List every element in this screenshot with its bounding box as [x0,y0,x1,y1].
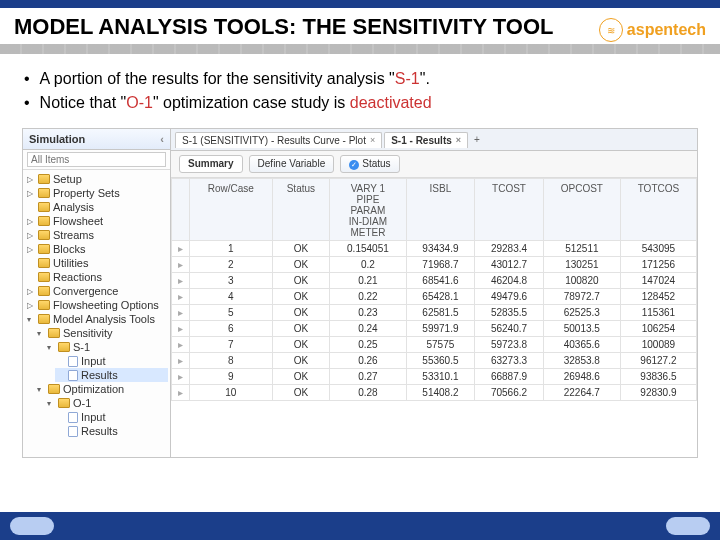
folder-icon [58,342,70,352]
bullet-2: • Notice that "O-1" optimization case st… [24,94,696,112]
table-row[interactable]: ▸4OK0.2265428.149479.678972.7128452 [172,289,697,305]
expand-icon[interactable]: ▷ [27,231,35,240]
tree-item[interactable]: ▾Sensitivity [35,326,168,340]
cell: 55360.5 [406,353,475,369]
cell: OK [272,273,330,289]
cell: 65428.1 [406,289,475,305]
table-row[interactable]: ▸9OK0.2753310.166887.926948.693836.5 [172,369,697,385]
subtab-status[interactable]: ✓Status [340,155,399,173]
tree-item[interactable]: ▷Flowsheeting Options [25,298,168,312]
table-row[interactable]: ▸2OK0.271968.743012.7130251171256 [172,257,697,273]
row-handle[interactable]: ▸ [172,353,190,369]
cell: 78972.7 [543,289,620,305]
subtab-summary[interactable]: Summary [179,155,243,173]
file-icon [68,370,78,381]
tree-item[interactable]: ▾Optimization [35,382,168,396]
table-row[interactable]: ▸6OK0.2459971.956240.750013.5106254 [172,321,697,337]
tree-item[interactable]: Utilities [25,256,168,270]
table-row[interactable]: ▸5OK0.2362581.552835.562525.3115361 [172,305,697,321]
expand-icon[interactable]: ▷ [27,217,35,226]
cell: 70566.2 [475,385,544,401]
tree-label: Analysis [53,201,94,213]
tree-item[interactable]: ▷Property Sets [25,186,168,200]
folder-icon [38,244,50,254]
folder-icon [38,258,50,268]
table-row[interactable]: ▸10OK0.2851408.270566.222264.792830.9 [172,385,697,401]
tree-item[interactable]: Reactions [25,270,168,284]
chevron-left-icon[interactable]: ‹ [160,133,164,145]
cell: 32853.8 [543,353,620,369]
col-header[interactable]: Status [272,179,330,241]
folder-icon [38,188,50,198]
expand-icon[interactable]: ▷ [27,175,35,184]
tree-item[interactable]: ▷Streams [25,228,168,242]
tree-item[interactable]: ▷Setup [25,172,168,186]
row-handle[interactable]: ▸ [172,289,190,305]
tree-label: S-1 [73,341,90,353]
row-handle[interactable]: ▸ [172,337,190,353]
expand-icon[interactable]: ▷ [27,245,35,254]
tree-label: Model Analysis Tools [53,313,155,325]
folder-icon [48,384,60,394]
expand-icon[interactable]: ▾ [37,329,45,338]
tree-item[interactable]: ▷Blocks [25,242,168,256]
col-header[interactable]: OPCOST [543,179,620,241]
table-row[interactable]: ▸7OK0.255757559723.840365.6100089 [172,337,697,353]
tree-item[interactable]: Analysis [25,200,168,214]
tree-item[interactable]: ▾O-1 [45,396,168,410]
expand-icon[interactable]: ▾ [37,385,45,394]
col-header[interactable]: TOTCOS [620,179,696,241]
tree-item[interactable]: Results [55,368,168,382]
expand-icon[interactable]: ▾ [47,399,55,408]
cell: 0.154051 [330,241,406,257]
expand-icon[interactable]: ▷ [27,287,35,296]
col-header[interactable]: ISBL [406,179,475,241]
table-row[interactable]: ▸8OK0.2655360.563273.332853.896127.2 [172,353,697,369]
table-row[interactable]: ▸3OK0.2168541.646204.8100820147024 [172,273,697,289]
row-handle[interactable]: ▸ [172,321,190,337]
cloud-ornament-right [666,517,710,535]
tree-item[interactable]: ▷Flowsheet [25,214,168,228]
tree-item[interactable]: Results [55,424,168,438]
tree-item[interactable]: ▾Model Analysis Tools [25,312,168,326]
tree-label: Reactions [53,271,102,283]
col-header[interactable]: Row/Case [190,179,273,241]
cell: 40365.6 [543,337,620,353]
tree-item[interactable]: ▷Convergence [25,284,168,298]
cell: 53310.1 [406,369,475,385]
row-handle[interactable]: ▸ [172,305,190,321]
close-icon[interactable]: × [370,135,375,145]
expand-icon[interactable]: ▾ [47,343,55,352]
file-icon [68,412,78,423]
tab-s1-results[interactable]: S-1 - Results × [384,132,468,148]
cell: 22264.7 [543,385,620,401]
cell: 130251 [543,257,620,273]
cell: 0.21 [330,273,406,289]
tab-results-curve[interactable]: S-1 (SENSITIVITY) - Results Curve - Plot… [175,132,382,148]
results-table-wrap: Row/CaseStatusVARY 1PIPEPARAMIN-DIAMMETE… [171,178,697,457]
close-icon[interactable]: × [456,135,461,145]
row-handle[interactable]: ▸ [172,273,190,289]
col-header[interactable]: TCOST [475,179,544,241]
add-tab-button[interactable]: + [470,134,484,145]
expand-icon[interactable]: ▷ [27,189,35,198]
row-handle[interactable]: ▸ [172,241,190,257]
sub-tabs: Summary Define Variable ✓Status [171,151,697,178]
subtab-define-variable[interactable]: Define Variable [249,155,335,173]
cell: 96127.2 [620,353,696,369]
footer-band [0,512,720,540]
expand-icon[interactable]: ▾ [27,315,35,324]
file-icon [68,426,78,437]
col-header[interactable]: VARY 1PIPEPARAMIN-DIAMMETER [330,179,406,241]
row-handle[interactable]: ▸ [172,257,190,273]
search-input[interactable] [27,152,166,167]
row-handle[interactable]: ▸ [172,385,190,401]
tree-label: Streams [53,229,94,241]
tree-item[interactable]: Input [55,354,168,368]
table-row[interactable]: ▸1OK0.15405193434.929283.4512511543095 [172,241,697,257]
tree-item[interactable]: Input [55,410,168,424]
row-handle[interactable]: ▸ [172,369,190,385]
sidebar-header[interactable]: Simulation ‹ [23,129,170,150]
tree-item[interactable]: ▾S-1 [45,340,168,354]
expand-icon[interactable]: ▷ [27,301,35,310]
